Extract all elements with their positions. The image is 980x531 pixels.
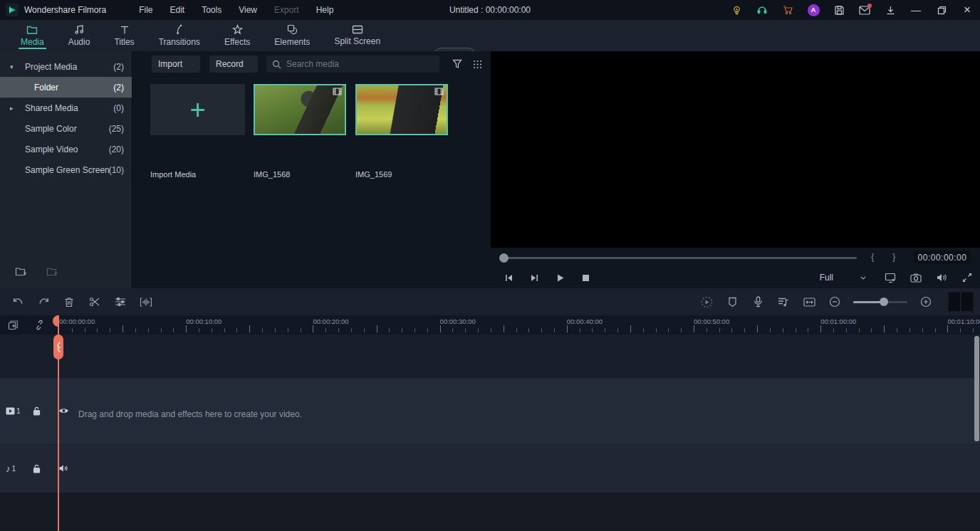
chevron-down-icon <box>192 63 194 66</box>
timeline-vertical-scrollbar[interactable] <box>974 336 979 441</box>
preview-zoom-select[interactable]: Full <box>820 273 866 283</box>
import-dropdown[interactable]: Import <box>152 56 200 73</box>
search-box[interactable] <box>266 56 439 73</box>
timeline-view-toggle[interactable] <box>947 291 974 312</box>
playback-quality-icon[interactable] <box>877 273 903 283</box>
lock-icon[interactable] <box>33 464 50 473</box>
mark-in-icon[interactable]: { <box>871 251 874 262</box>
record-dropdown[interactable]: Record <box>209 56 258 73</box>
split-scissors-button[interactable] <box>82 297 108 307</box>
project-title: Untitled : 00:00:00:00 <box>449 5 531 15</box>
eye-visibility-icon[interactable] <box>58 407 75 414</box>
play-button[interactable] <box>547 273 573 283</box>
audio-track-header: ♪ 1 <box>0 461 75 475</box>
next-frame-button[interactable] <box>521 273 547 283</box>
add-folder-icon[interactable] <box>10 267 31 284</box>
store-cart-icon[interactable] <box>775 0 801 20</box>
undo-button[interactable] <box>5 297 31 307</box>
tab-media[interactable]: Media <box>9 20 56 51</box>
menu-file[interactable]: File <box>130 0 161 20</box>
support-headset-icon[interactable] <box>749 0 775 20</box>
transitions-icon <box>174 24 184 35</box>
media-library-sidebar: ▾ Project Media (2) Folder (2) ▸ Shared … <box>0 51 132 288</box>
sidebar-item-sample-green-screen[interactable]: Sample Green Screen (10) <box>0 159 132 180</box>
fullscreen-icon[interactable] <box>954 273 980 283</box>
remove-folder-icon[interactable] <box>41 267 63 284</box>
drop-hint-text: Drag and drop media and effects here to … <box>78 409 302 419</box>
download-icon[interactable] <box>877 0 903 20</box>
delete-button[interactable] <box>56 297 82 307</box>
volume-icon[interactable] <box>929 273 954 283</box>
menu-edit[interactable]: Edit <box>162 0 194 20</box>
audio-mixer-button[interactable] <box>771 297 796 307</box>
restore-button[interactable] <box>929 0 954 20</box>
video-track-header: 1 <box>0 404 75 418</box>
messages-icon[interactable] <box>852 0 877 20</box>
sidebar-item-sample-color[interactable]: Sample Color (25) <box>0 118 132 139</box>
tile-label: Import Media <box>150 170 196 179</box>
collapse-arrow-icon[interactable]: ▸ <box>10 105 14 112</box>
auto-ripple-link-icon[interactable] <box>26 320 53 330</box>
tab-audio[interactable]: Audio <box>56 20 103 51</box>
item-count: (10) <box>109 165 124 175</box>
zoom-slider-knob[interactable] <box>880 298 888 306</box>
audio-waveform-tool-button[interactable] <box>133 297 159 307</box>
effects-star-icon <box>232 24 243 35</box>
zoom-in-button[interactable] <box>913 296 939 307</box>
tab-titles[interactable]: Titles <box>102 20 146 51</box>
mute-speaker-icon[interactable] <box>58 464 75 473</box>
tab-elements[interactable]: Elements <box>262 20 322 51</box>
item-count: (20) <box>109 144 124 154</box>
previous-frame-button[interactable] <box>496 273 521 283</box>
sidebar-item-shared-media[interactable]: ▸ Shared Media (0) <box>0 98 132 118</box>
adjust-sliders-button[interactable] <box>108 297 133 307</box>
render-preview-button[interactable] <box>694 296 719 308</box>
menu-view[interactable]: View <box>230 0 266 20</box>
seek-bar[interactable] <box>501 257 857 259</box>
ruler-time-label: 00:00:00:00 <box>59 317 95 325</box>
redo-button[interactable] <box>31 297 56 307</box>
media-clip-img-1568[interactable] <box>254 84 346 135</box>
playhead-handle[interactable] <box>53 335 63 359</box>
snapshot-camera-icon[interactable] <box>903 273 929 283</box>
app-title: Wondershare Filmora <box>24 5 106 15</box>
timeline-zoom-slider[interactable] <box>853 301 907 303</box>
ruler-time-label: 00:00:30:00 <box>440 317 476 325</box>
search-input[interactable] <box>286 59 415 69</box>
filter-icon[interactable] <box>452 59 462 69</box>
tab-effects[interactable]: Effects <box>212 20 262 51</box>
manage-tracks-icon[interactable] <box>0 320 26 330</box>
account-avatar[interactable]: A <box>801 0 826 20</box>
ruler-time-label: 00:01:00:00 <box>820 317 856 325</box>
tile-label: IMG_1568 <box>254 170 290 179</box>
sidebar-item-sample-video[interactable]: Sample Video (20) <box>0 139 132 159</box>
expand-arrow-icon[interactable]: ▾ <box>10 63 14 70</box>
menu-tools[interactable]: Tools <box>193 0 230 20</box>
tab-split-screen[interactable]: Split Screen <box>322 20 392 51</box>
ideas-lightbulb-icon[interactable] <box>724 0 749 20</box>
item-count: (2) <box>113 62 124 72</box>
timeline-tracks-area[interactable]: 1 Drag and drop media and effects here t… <box>0 335 980 531</box>
lock-icon[interactable] <box>33 406 50 416</box>
audio-track-lane[interactable] <box>0 445 980 493</box>
import-media-tile[interactable]: + <box>150 84 245 135</box>
stop-button[interactable] <box>573 274 598 282</box>
grid-view-icon[interactable] <box>473 60 482 69</box>
zoom-out-button[interactable] <box>822 296 848 307</box>
sidebar-item-project-media[interactable]: ▾ Project Media (2) <box>0 56 132 77</box>
split-screen-icon <box>352 25 363 34</box>
mark-out-icon[interactable]: } <box>892 251 895 262</box>
save-icon[interactable] <box>826 0 852 20</box>
seek-handle[interactable] <box>499 253 509 263</box>
voiceover-mic-button[interactable] <box>745 296 771 307</box>
zoom-to-fit-button[interactable] <box>796 298 822 307</box>
video-track-icon: 1 <box>6 407 23 415</box>
menu-help[interactable]: Help <box>308 0 343 20</box>
close-button[interactable]: × <box>954 0 980 20</box>
media-clip-img-1569[interactable] <box>355 84 448 135</box>
minimize-button[interactable]: — <box>903 0 929 20</box>
marker-button[interactable] <box>719 297 745 307</box>
sidebar-item-folder[interactable]: Folder (2) <box>0 77 132 98</box>
timeline-ruler[interactable]: 00:00:00:0000:00:10:0000:00:20:0000:00:3… <box>0 315 980 335</box>
tab-transitions[interactable]: Transitions <box>147 20 212 51</box>
